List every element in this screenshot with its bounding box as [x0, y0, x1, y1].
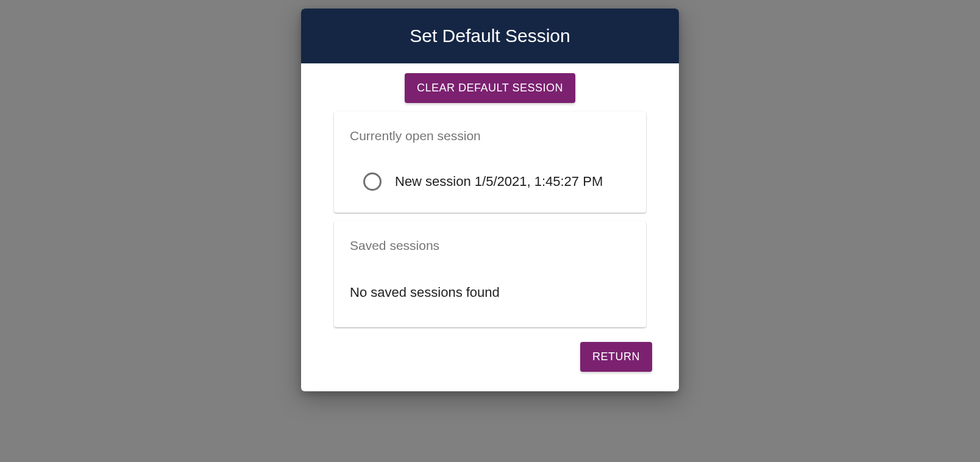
set-default-session-dialog: Set Default Session Clear Default Sessio…	[301, 9, 679, 391]
dialog-body: Clear Default Session Currently open ses…	[301, 63, 679, 391]
clear-button-wrap: Clear Default Session	[318, 73, 662, 103]
return-button[interactable]: Return	[580, 342, 652, 372]
current-session-option[interactable]: New session 1/5/2021, 1:45:27 PM	[350, 172, 630, 191]
current-session-label: New session 1/5/2021, 1:45:27 PM	[395, 174, 603, 190]
dialog-header: Set Default Session	[301, 9, 679, 63]
radio-unchecked-icon[interactable]	[363, 172, 382, 191]
dialog-title: Set Default Session	[313, 26, 667, 46]
current-session-card: Currently open session New session 1/5/2…	[334, 112, 646, 213]
clear-default-session-button[interactable]: Clear Default Session	[405, 73, 575, 103]
saved-sessions-empty-message: No saved sessions found	[350, 285, 630, 300]
saved-sessions-heading: Saved sessions	[350, 238, 630, 253]
saved-sessions-card: Saved sessions No saved sessions found	[334, 221, 646, 327]
dialog-footer: Return	[318, 342, 662, 382]
current-session-heading: Currently open session	[350, 129, 630, 143]
